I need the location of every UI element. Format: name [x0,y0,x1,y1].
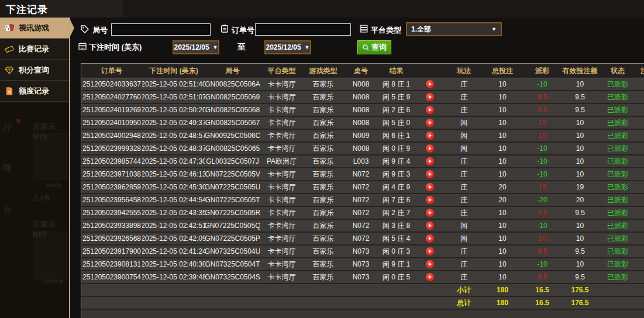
cell-total-bet: 10 [482,233,523,244]
cell-total-bet: 10 [482,78,523,90]
cell-table-no: N072 [343,207,379,219]
cell-bet-time: 2025-12-05 02:45:30 [142,181,205,193]
tag-icon [80,25,89,34]
play-video-icon[interactable] [426,157,434,165]
subtotal-valid-bet: 176.5 [562,284,598,296]
cell-bet-time: 2025-12-05 02:46:13 [142,168,205,180]
cell-result: 闲 5 庄 4 [379,233,414,244]
play-video-icon[interactable] [426,234,434,243]
bet-records-table: 订单号下注时间 (美东)局号平台类型游戏类型桌号结果玩法总投注派彩有效投注额状态… [81,63,644,318]
cell-result: 闲 9 庄 3 [379,168,414,180]
cell-game-no: GN07325C0504T [205,258,260,270]
platform-list-icon [359,24,369,33]
sidebar-divider [69,18,70,318]
cell-video [414,168,446,180]
cell-total-bet: 10 [482,271,523,283]
cell-payout: -10 [523,258,562,270]
cell-payout: 10 [523,233,562,244]
cell-game-no: GN00825C05068 [205,104,260,116]
cell-result: 闲 5 庄 9 [379,91,414,103]
cell-valid-bet: 10 [562,155,598,167]
cell-total-bet: 10 [482,258,523,270]
subtotal-total-bet: 180 [482,284,523,296]
order-no-input[interactable] [255,23,351,36]
column-header: 下注时间 (美东) [142,64,205,78]
play-video-icon[interactable] [426,119,434,127]
cell-platform: 卡卡湾厅 [260,258,304,270]
table-header-row: 订单号下注时间 (美东)局号平台类型游戏类型桌号结果玩法总投注派彩有效投注额状态… [81,64,644,78]
table-row: 251205024027760 2025-12-05 02:51:07 GN00… [81,91,644,104]
cell-table-no: N073 [343,258,379,270]
cell-order-no: 251205023999328 [81,143,142,154]
date-from-select[interactable]: 2025/12/05 ▼ [173,40,219,54]
sidebar-item-match-records[interactable]: 比赛记录 [0,39,69,60]
game-no-input[interactable] [111,23,211,36]
platform-type-select[interactable]: 1.全部 ▼ [406,22,502,36]
cell-game-no: GN07225C0505R [205,207,260,219]
cell-valid-bet: 9.5 [562,104,598,116]
cell-bet-time: 2025-12-05 02:41:24 [142,246,205,257]
sidebar-item-quota-records[interactable]: 额度记录 [0,81,69,102]
play-video-icon[interactable] [426,209,434,217]
cell-extra [637,246,644,257]
cell-play-type: 庄 [446,194,482,206]
cell-play-type: 闲 [446,117,482,129]
total-total-bet: 180 [482,297,523,309]
cell-video [414,130,446,141]
cell-platform: PA欧洲厅 [260,155,304,167]
play-video-icon[interactable] [426,247,434,255]
cell-valid-bet: 9.5 [562,271,598,283]
sidebar-item-video-games[interactable]: 视讯游戏 [0,18,74,39]
cell-video [414,194,446,206]
cell-game-type: 百家乐 [304,117,343,129]
play-video-icon[interactable] [426,106,434,114]
cell-status: 已派彩 [598,207,637,219]
sidebar-item-points-query[interactable]: 积分查询 [0,60,69,81]
play-video-icon[interactable] [426,222,434,230]
query-button[interactable]: 查询 [357,40,391,54]
play-video-icon[interactable] [426,170,434,178]
cell-extra [637,258,644,270]
cell-game-type: 百家乐 [304,78,343,90]
play-video-icon[interactable] [426,132,434,140]
cell-result: 闲 7 庄 6 [379,194,414,206]
play-video-icon[interactable] [426,196,434,204]
cell-platform: 卡卡湾厅 [260,233,304,244]
date-to-select[interactable]: 2025/12/05 ▼ [264,40,311,54]
cell-extra [637,130,644,141]
cell-order-no: 251205023933898 [81,220,142,231]
cell-play-type: 闲 [446,233,482,244]
diamond-icon [4,65,15,75]
cell-bet-time: 2025-12-05 02:50:20 [142,104,205,116]
play-video-icon[interactable] [426,273,434,281]
total-row: 总计 180 16.5 176.5 [81,297,644,310]
play-video-icon[interactable] [426,80,434,88]
column-header: 订单号 [81,64,142,78]
query-button-label: 查询 [371,42,387,53]
column-header: 平台类型 [260,64,304,78]
play-video-icon[interactable] [426,93,434,101]
subtotal-label: 小计 [446,284,482,296]
cell-payout: 10 [523,130,562,141]
platform-type-value: 1.全部 [411,25,431,34]
cell-game-no: GN07225C0505U [205,181,260,193]
cell-game-no: GN07225C0505P [205,233,260,244]
table-row: 251205024033637 2025-12-05 02:51:40 GN00… [81,78,644,91]
play-video-icon[interactable] [426,183,434,191]
table-row: 251205023900754 2025-12-05 02:39:48 GN07… [81,271,644,284]
cell-game-no: GN00825C05067 [205,117,260,129]
cell-bet-time: 2025-12-05 02:48:37 [142,143,205,154]
cell-extra [637,220,644,231]
cell-valid-bet: 10 [562,130,598,141]
play-video-icon[interactable] [426,260,434,268]
cell-bet-time: 2025-12-05 02:49:37 [142,117,205,129]
cell-order-no: 251205024010950 [81,117,142,129]
cell-video [414,117,446,129]
table-row: 251205023985744 2025-12-05 02:47:30 GL00… [81,155,644,168]
play-video-icon[interactable] [426,144,434,153]
subtotal-row: 小计 180 16.5 176.5 [81,284,644,297]
subtotal-payout: 16.5 [523,284,562,296]
table-row: 251205023942555 2025-12-05 02:43:35 GN07… [81,207,644,220]
cell-valid-bet: 10 [562,220,598,231]
cell-table-no: N008 [343,104,379,116]
